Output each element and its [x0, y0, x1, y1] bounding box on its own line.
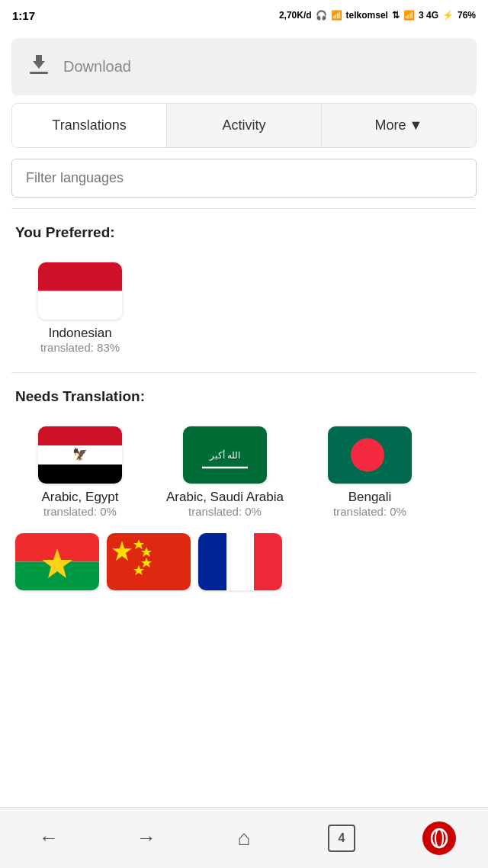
lang-name-arabic-egypt: Arabic, Egypt	[41, 490, 118, 505]
download-banner[interactable]: Download	[11, 38, 477, 95]
tab-activity[interactable]: Activity	[167, 104, 322, 147]
svg-rect-6	[38, 465, 122, 484]
chevron-down-icon: ▼	[409, 117, 423, 133]
lang-item-indonesian[interactable]: Indonesian translated: 83%	[11, 255, 149, 362]
back-button[interactable]: ←	[26, 815, 72, 861]
filter-container	[11, 159, 477, 198]
back-icon: ←	[39, 826, 59, 850]
carrier-name: telkomsel	[346, 10, 388, 21]
network-type-icon: ⇅	[392, 10, 400, 21]
lang-progress-bengali: translated: 0%	[333, 505, 406, 518]
lang-name-arabic-saudi: Arabic, Saudi Arabia	[166, 490, 284, 505]
svg-rect-3	[38, 291, 122, 320]
svg-marker-1	[33, 55, 45, 69]
svg-rect-4	[38, 426, 122, 445]
download-label: Download	[63, 58, 131, 76]
lang-item-arabic-egypt[interactable]: 🦅 Arabic, Egypt translated: 0%	[11, 419, 149, 526]
battery-level: 76%	[458, 10, 476, 21]
tab-translations[interactable]: Translations	[12, 104, 167, 147]
lang-item-bengali[interactable]: Bengali translated: 0%	[301, 419, 438, 526]
filter-input[interactable]	[11, 159, 477, 198]
partial-flag-3	[198, 533, 282, 590]
home-icon: ⌂	[238, 826, 251, 850]
preferred-lang-grid: Indonesian translated: 83%	[0, 247, 488, 369]
divider-1	[11, 208, 477, 209]
preferred-section-title: You Preferred:	[0, 212, 488, 247]
tab-more[interactable]: More ▼	[322, 104, 476, 147]
svg-rect-22	[198, 533, 226, 590]
svg-rect-0	[30, 72, 48, 74]
bottom-nav: ← → ⌂ 4	[0, 807, 488, 868]
needs-translation-grid: 🦅 Arabic, Egypt translated: 0% الله أكبر…	[0, 411, 488, 533]
partial-flag-2	[107, 533, 191, 590]
headphone-icon: 🎧	[316, 10, 327, 21]
lang-progress-arabic-saudi: translated: 0%	[188, 505, 262, 518]
lang-name-bengali: Bengali	[348, 490, 392, 505]
network-speed: 2,70K/d	[279, 10, 312, 21]
lang-item-arabic-saudi[interactable]: الله أكبر Arabic, Saudi Arabia translate…	[156, 419, 294, 526]
signal-icon-2: 📶	[403, 10, 415, 21]
lang-progress-arabic-egypt: translated: 0%	[43, 505, 117, 518]
tabs-container: Translations Activity More ▼	[11, 103, 477, 148]
flag-indonesia	[38, 262, 122, 320]
tabs-button[interactable]: 4	[319, 815, 364, 861]
charging-icon: ⚡	[442, 10, 454, 21]
status-right: 2,70K/d 🎧 📶 telkomsel ⇅ 📶 3 4G ⚡ 76%	[279, 10, 476, 21]
svg-rect-24	[254, 533, 282, 590]
status-bar: 1:17 2,70K/d 🎧 📶 telkomsel ⇅ 📶 3 4G ⚡ 76…	[0, 0, 488, 31]
signal-icon: 📶	[331, 10, 342, 21]
status-time: 1:17	[12, 9, 35, 22]
forward-icon: →	[136, 826, 156, 850]
partial-flags-row	[0, 533, 488, 602]
svg-point-12	[351, 439, 384, 472]
svg-point-26	[435, 829, 443, 847]
needs-translation-title: Needs Translation:	[0, 376, 488, 411]
home-button[interactable]: ⌂	[221, 815, 267, 861]
divider-2	[11, 372, 477, 373]
lang-progress-indonesian: translated: 83%	[40, 341, 120, 354]
partial-flag-1	[15, 533, 99, 590]
download-icon	[27, 52, 51, 82]
flag-bangladesh	[328, 426, 412, 484]
opera-button[interactable]	[416, 815, 462, 861]
flag-saudi: الله أكبر	[183, 426, 267, 484]
flag-egypt: 🦅	[38, 426, 122, 484]
svg-rect-23	[226, 533, 254, 590]
tabs-count: 4	[328, 825, 355, 852]
lang-name-indonesian: Indonesian	[48, 326, 111, 341]
svg-point-25	[432, 829, 447, 847]
opera-icon	[422, 821, 456, 855]
network-type: 3 4G	[419, 10, 438, 21]
svg-text:الله أكبر: الله أكبر	[209, 449, 240, 461]
svg-rect-2	[38, 262, 122, 291]
svg-text:🦅: 🦅	[72, 447, 88, 461]
forward-button[interactable]: →	[124, 815, 169, 861]
